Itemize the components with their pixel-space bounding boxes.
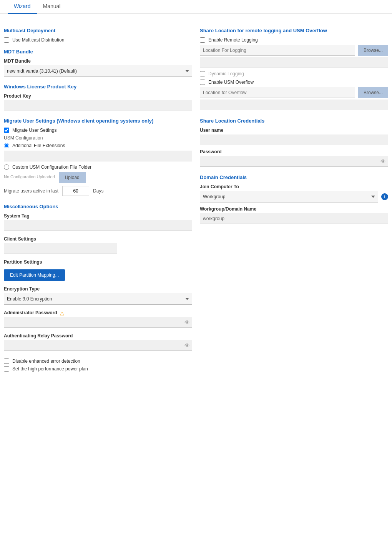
disable-error-detection-label: Disable enhanced error detection	[12, 358, 80, 364]
join-computer-row: Workgroup Domain i	[200, 191, 388, 202]
tab-manual[interactable]: Manual	[37, 0, 67, 14]
upload-row: No Configuration Uploaded Upload	[4, 172, 192, 183]
relay-password-wrap: 👁	[4, 340, 192, 351]
location-for-logging-row: Browse...	[200, 45, 388, 56]
edit-partition-button[interactable]: Edit Partition Mapping...	[4, 269, 65, 281]
logging-path-bar	[200, 57, 388, 68]
admin-password-label: Administrator Password	[4, 310, 57, 315]
relay-password-eye-icon[interactable]: 👁	[184, 342, 190, 348]
multicast-section-title: Multicast Deployment	[4, 28, 192, 33]
admin-password-row: Administrator Password ⚠	[4, 310, 192, 317]
tab-wizard[interactable]: Wizard	[8, 0, 37, 14]
no-config-text: No Configuration Uploaded	[4, 174, 55, 179]
enable-remote-logging-label: Enable Remote Logging	[208, 37, 258, 43]
high-performance-power-label: Set the high performance power plan	[12, 366, 88, 372]
admin-password-input[interactable]	[4, 317, 192, 328]
join-computer-select[interactable]: Workgroup Domain	[200, 191, 378, 202]
share-username-label: User name	[200, 128, 388, 133]
share-username-input[interactable]	[200, 134, 388, 145]
misc-options-section-title: Miscellaneous Options	[4, 204, 192, 209]
system-tag-input[interactable]	[4, 220, 192, 231]
disable-error-detection-row: Disable enhanced error detection	[4, 358, 192, 364]
bottom-checkboxes: Disable enhanced error detection Set the…	[4, 358, 192, 372]
migrate-active-label: Migrate users active in last	[4, 188, 58, 194]
usm-config-label: USM Configuration	[4, 135, 192, 141]
disable-error-detection-checkbox[interactable]	[4, 358, 9, 364]
share-location-credentials-title: Share Location Credentials	[200, 118, 388, 124]
browse-logging-button[interactable]: Browse...	[358, 45, 388, 56]
product-key-label: Product Key	[4, 93, 192, 99]
admin-password-wrap: 👁	[4, 317, 192, 328]
migrate-days-row: Migrate users active in last Days	[4, 186, 192, 196]
tab-bar: Wizard Manual	[0, 0, 392, 14]
right-column: Share Location for remote logging and US…	[200, 22, 388, 374]
workgroup-domain-name-label: Workgroup/Domain Name	[200, 206, 388, 212]
use-multicast-checkbox[interactable]	[4, 37, 9, 43]
mdt-bundle-label: MDT Bundle	[4, 58, 192, 64]
relay-password-input[interactable]	[4, 340, 192, 351]
system-tag-label: System Tag	[4, 213, 192, 219]
additional-extensions-input-bar	[4, 151, 192, 161]
overflow-path-bar	[200, 100, 388, 110]
enable-remote-logging-checkbox[interactable]	[200, 37, 205, 43]
days-label: Days	[93, 188, 103, 194]
share-password-eye-icon[interactable]: 👁	[380, 158, 386, 164]
location-for-overflow-input[interactable]	[200, 87, 355, 98]
mdt-bundle-section-title: MDT Bundle	[4, 49, 192, 55]
dynamic-logging-label: Dynamic Logging	[208, 71, 244, 76]
use-multicast-row: Use Multicast Distribution	[4, 37, 192, 43]
main-layout: Multicast Deployment Use Multicast Distr…	[0, 22, 392, 374]
additional-file-extensions-row: Additional File Extensions	[4, 143, 192, 148]
encryption-type-select[interactable]: Enable 9.0 Encryption	[4, 293, 192, 305]
relay-password-label: Authenticating Relay Password	[4, 333, 192, 339]
share-password-wrap: 👁	[200, 156, 388, 167]
domain-credentials-title: Domain Credentials	[200, 174, 388, 180]
location-for-logging-input[interactable]	[200, 45, 355, 56]
product-key-input[interactable]	[4, 100, 192, 111]
encryption-type-label: Encryption Type	[4, 286, 192, 292]
dynamic-logging-checkbox[interactable]	[200, 71, 205, 76]
workgroup-domain-input[interactable]	[200, 213, 388, 224]
migrate-user-section-title: Migrate User Settings (Windows client op…	[4, 118, 192, 124]
windows-license-section-title: Windows License Product Key	[4, 84, 192, 90]
browse-overflow-button[interactable]: Browse...	[358, 87, 388, 98]
additional-file-extensions-label: Additional File Extensions	[12, 143, 65, 148]
join-computer-label: Join Computer To	[200, 184, 388, 189]
location-for-overflow-row: Browse...	[200, 87, 388, 98]
high-performance-power-checkbox[interactable]	[4, 366, 9, 372]
partition-settings-label: Partition Settings	[4, 259, 192, 265]
enable-usm-overflow-checkbox[interactable]	[200, 80, 205, 85]
migrate-days-input[interactable]	[62, 186, 89, 196]
enable-usm-overflow-label: Enable USM Overflow	[208, 80, 254, 85]
admin-warning-icon: ⚠	[60, 310, 65, 317]
migrate-user-settings-row: Migrate User Settings	[4, 128, 192, 133]
info-icon[interactable]: i	[381, 193, 388, 200]
enable-usm-overflow-row: Enable USM Overflow	[200, 80, 388, 85]
client-settings-input[interactable]	[4, 243, 117, 254]
dynamic-logging-row: Dynamic Logging	[200, 71, 388, 76]
enable-remote-logging-row: Enable Remote Logging	[200, 37, 388, 43]
client-settings-label: Client Settings	[4, 236, 192, 242]
share-location-logging-title: Share Location for remote logging and US…	[200, 28, 388, 33]
high-performance-power-row: Set the high performance power plan	[4, 366, 192, 372]
custom-usm-config-row: Custom USM Configuration File Folder	[4, 164, 192, 170]
share-password-input[interactable]	[200, 156, 388, 167]
upload-button[interactable]: Upload	[59, 172, 86, 183]
share-password-label: Password	[200, 149, 388, 154]
custom-usm-config-radio[interactable]	[4, 164, 9, 170]
admin-password-eye-icon[interactable]: 👁	[184, 319, 190, 325]
use-multicast-label: Use Multicast Distribution	[12, 37, 64, 43]
migrate-user-settings-label: Migrate User Settings	[12, 128, 56, 133]
migrate-user-settings-checkbox[interactable]	[4, 128, 9, 133]
custom-usm-config-label: Custom USM Configuration File Folder	[12, 164, 91, 170]
mdt-bundle-select[interactable]: new mdt vanda (3.10.41) (Default)	[4, 65, 192, 77]
additional-file-extensions-radio[interactable]	[4, 143, 9, 148]
left-column: Multicast Deployment Use Multicast Distr…	[4, 22, 192, 374]
join-computer-select-wrap: Workgroup Domain	[200, 191, 378, 202]
